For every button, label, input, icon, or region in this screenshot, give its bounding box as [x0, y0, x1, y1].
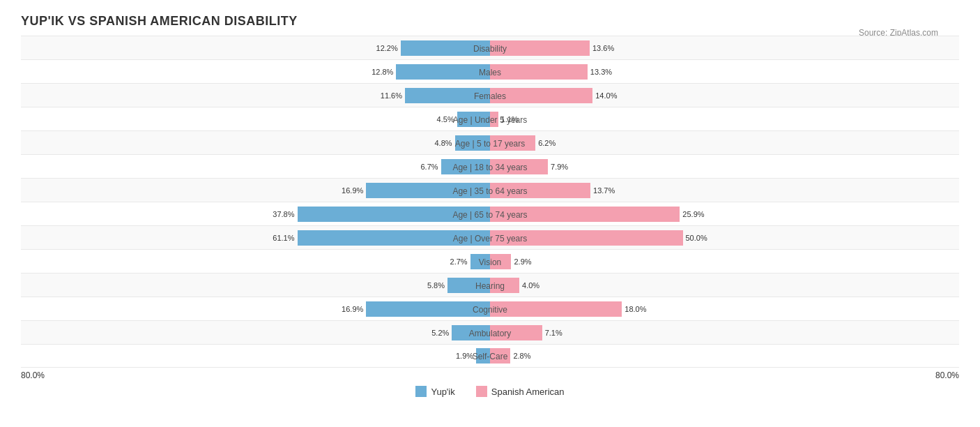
left-value: 16.9%: [342, 305, 363, 313]
legend-item-blue: Yup'ik: [415, 386, 454, 397]
center-label: Age | Under 5 years: [450, 115, 530, 125]
center-label: Age | 35 to 64 years: [450, 186, 530, 196]
right-value: 13.6%: [592, 44, 614, 52]
legend-box-pink: [476, 386, 487, 397]
center-label: Self-Care: [470, 352, 511, 361]
right-value: 2.9%: [514, 257, 531, 266]
right-value: 14.0%: [595, 91, 617, 100]
chart-row: 4.8% Age | 5 to 17 years 6.2%: [21, 130, 959, 154]
left-value: 61.1%: [273, 234, 294, 242]
left-value: 5.8%: [427, 281, 445, 290]
chart-row: 61.1% Age | Over 75 years 50.0%: [21, 225, 959, 249]
center-label: Ambulatory: [466, 329, 514, 338]
axis-right: 80.0%: [490, 370, 959, 380]
center-label: Hearing: [473, 281, 507, 291]
chart-row: 16.9% Cognitive 18.0%: [21, 297, 959, 320]
chart-row: 11.6% Females 14.0%: [21, 83, 959, 107]
legend-item-pink: Spanish American: [476, 386, 565, 397]
chart-area: 12.2% Disability 13.6% 12.8% Males 13.3%: [21, 36, 959, 397]
left-value: 6.7%: [420, 163, 438, 171]
legend-label-pink: Spanish American: [491, 387, 565, 397]
chart-row: 1.9% Self-Care 2.8%: [21, 344, 959, 368]
right-value: 6.2%: [538, 139, 556, 147]
legend-box-blue: [415, 386, 427, 397]
right-value: 13.3%: [590, 68, 612, 76]
center-label: Males: [476, 68, 504, 77]
center-label: Age | Over 75 years: [450, 234, 530, 244]
left-value: 12.2%: [376, 44, 398, 52]
right-value: 2.8%: [513, 352, 530, 360]
left-value: 37.8%: [273, 210, 294, 218]
center-label: Age | 65 to 74 years: [450, 210, 530, 220]
left-value: 4.8%: [434, 139, 452, 147]
chart-row: 6.7% Age | 18 to 34 years 7.9%: [21, 154, 959, 178]
chart-row: 5.8% Hearing 4.0%: [21, 273, 959, 297]
center-label: Cognitive: [470, 305, 510, 315]
center-label: Disability: [470, 44, 510, 54]
left-value: 16.9%: [342, 186, 363, 195]
chart-row: 12.2% Disability 13.6%: [21, 36, 959, 59]
center-label: Age | 5 to 17 years: [452, 139, 528, 149]
chart-row: 12.8% Males 13.3%: [21, 59, 959, 83]
chart-row: 5.2% Ambulatory 7.1%: [21, 320, 959, 344]
right-value: 7.9%: [551, 163, 568, 171]
right-value: 50.0%: [686, 234, 707, 242]
center-label: Age | 18 to 34 years: [450, 163, 530, 172]
chart-row: 4.5% Age | Under 5 years 1.1%: [21, 107, 959, 130]
axis-left: 80.0%: [21, 370, 490, 380]
center-label: Vision: [476, 257, 504, 267]
axis-row: 80.0% 80.0%: [21, 370, 959, 380]
right-value: 7.1%: [545, 329, 562, 337]
right-value: 25.9%: [682, 210, 704, 218]
right-value: 4.0%: [522, 281, 539, 290]
right-value: 18.0%: [625, 305, 646, 313]
chart-title: YUP'IK VS SPANISH AMERICAN DISABILITY: [21, 14, 959, 29]
legend: Yup'ik Spanish American: [21, 386, 959, 397]
left-value: 2.7%: [450, 257, 468, 266]
chart-row: 16.9% Age | 35 to 64 years 13.7%: [21, 178, 959, 202]
center-label: Females: [471, 91, 509, 101]
legend-label-blue: Yup'ik: [431, 387, 454, 397]
chart-row: 2.7% Vision 2.9%: [21, 249, 959, 273]
left-value: 11.6%: [381, 91, 402, 100]
left-value: 5.2%: [431, 329, 449, 337]
chart-row: 37.8% Age | 65 to 74 years 25.9%: [21, 202, 959, 225]
left-value: 12.8%: [372, 68, 393, 76]
right-value: 13.7%: [593, 186, 615, 195]
